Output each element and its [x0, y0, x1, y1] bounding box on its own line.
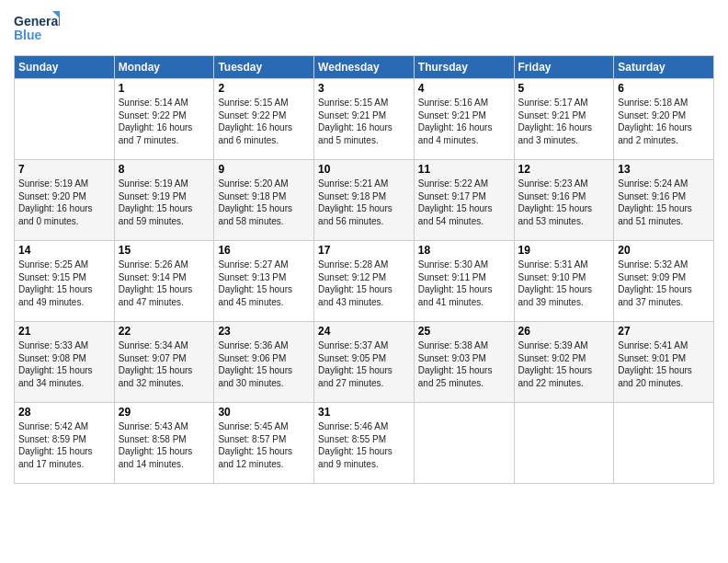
day-number: 19: [518, 244, 610, 257]
day-info: Sunrise: 5:45 AMSunset: 8:57 PMDaylight:…: [218, 420, 310, 470]
column-header-sunday: Sunday: [15, 56, 115, 79]
day-number: 8: [119, 163, 210, 176]
calendar-cell: 10Sunrise: 5:21 AMSunset: 9:18 PMDayligh…: [314, 160, 415, 241]
day-number: 17: [318, 244, 410, 257]
calendar-cell: 25Sunrise: 5:38 AMSunset: 9:03 PMDayligh…: [414, 322, 514, 403]
calendar-cell: 26Sunrise: 5:39 AMSunset: 9:02 PMDayligh…: [514, 322, 614, 403]
day-info: Sunrise: 5:38 AMSunset: 9:03 PMDaylight:…: [418, 339, 510, 389]
day-number: 24: [318, 325, 410, 338]
column-header-thursday: Thursday: [414, 56, 514, 79]
day-number: 10: [318, 163, 410, 176]
calendar-cell: [15, 79, 115, 160]
calendar-cell: 11Sunrise: 5:22 AMSunset: 9:17 PMDayligh…: [414, 160, 514, 241]
day-number: 14: [18, 244, 110, 257]
calendar-cell: 28Sunrise: 5:42 AMSunset: 8:59 PMDayligh…: [15, 403, 115, 484]
calendar-cell: 8Sunrise: 5:19 AMSunset: 9:19 PMDaylight…: [114, 160, 214, 241]
day-number: 2: [218, 82, 310, 95]
day-number: 29: [119, 406, 210, 419]
calendar-cell: 17Sunrise: 5:28 AMSunset: 9:12 PMDayligh…: [314, 241, 415, 322]
column-header-tuesday: Tuesday: [214, 56, 314, 79]
day-number: 22: [119, 325, 210, 338]
calendar-table: SundayMondayTuesdayWednesdayThursdayFrid…: [14, 55, 714, 484]
svg-text:General: General: [14, 14, 60, 29]
day-number: 23: [218, 325, 310, 338]
week-row-5: 28Sunrise: 5:42 AMSunset: 8:59 PMDayligh…: [15, 403, 714, 484]
calendar-cell: 9Sunrise: 5:20 AMSunset: 9:18 PMDaylight…: [214, 160, 314, 241]
day-info: Sunrise: 5:15 AMSunset: 9:21 PMDaylight:…: [318, 97, 410, 146]
calendar-cell: 15Sunrise: 5:26 AMSunset: 9:14 PMDayligh…: [114, 241, 214, 322]
calendar-cell: 14Sunrise: 5:25 AMSunset: 9:15 PMDayligh…: [15, 241, 115, 322]
week-row-3: 14Sunrise: 5:25 AMSunset: 9:15 PMDayligh…: [15, 241, 714, 322]
column-header-wednesday: Wednesday: [314, 56, 415, 79]
calendar-cell: 19Sunrise: 5:31 AMSunset: 9:10 PMDayligh…: [514, 241, 614, 322]
day-number: 6: [618, 82, 710, 95]
svg-text:Blue: Blue: [14, 28, 42, 42]
calendar-cell: 31Sunrise: 5:46 AMSunset: 8:55 PMDayligh…: [314, 403, 415, 484]
day-info: Sunrise: 5:23 AMSunset: 9:16 PMDaylight:…: [518, 178, 610, 227]
calendar-cell: 22Sunrise: 5:34 AMSunset: 9:07 PMDayligh…: [114, 322, 214, 403]
day-info: Sunrise: 5:46 AMSunset: 8:55 PMDaylight:…: [318, 420, 410, 470]
header-area: General Blue: [14, 9, 714, 48]
day-info: Sunrise: 5:33 AMSunset: 9:08 PMDaylight:…: [18, 339, 110, 389]
day-number: 4: [418, 82, 510, 95]
day-info: Sunrise: 5:14 AMSunset: 9:22 PMDaylight:…: [119, 97, 210, 146]
day-number: 26: [518, 325, 610, 338]
day-number: 21: [18, 325, 110, 338]
day-info: Sunrise: 5:25 AMSunset: 9:15 PMDaylight:…: [18, 259, 110, 308]
day-info: Sunrise: 5:27 AMSunset: 9:13 PMDaylight:…: [218, 259, 310, 308]
day-number: 7: [18, 163, 110, 176]
day-info: Sunrise: 5:37 AMSunset: 9:05 PMDaylight:…: [318, 339, 410, 389]
column-header-friday: Friday: [514, 56, 614, 79]
calendar-cell: 13Sunrise: 5:24 AMSunset: 9:16 PMDayligh…: [614, 160, 714, 241]
day-number: 18: [418, 244, 510, 257]
day-number: 25: [418, 325, 510, 338]
day-info: Sunrise: 5:19 AMSunset: 9:19 PMDaylight:…: [119, 178, 210, 227]
day-info: Sunrise: 5:15 AMSunset: 9:22 PMDaylight:…: [218, 97, 310, 146]
day-info: Sunrise: 5:42 AMSunset: 8:59 PMDaylight:…: [18, 420, 110, 470]
day-number: 5: [518, 82, 610, 95]
calendar-cell: 20Sunrise: 5:32 AMSunset: 9:09 PMDayligh…: [614, 241, 714, 322]
logo: General Blue: [14, 9, 60, 48]
day-info: Sunrise: 5:19 AMSunset: 9:20 PMDaylight:…: [18, 178, 110, 227]
week-row-2: 7Sunrise: 5:19 AMSunset: 9:20 PMDaylight…: [15, 160, 714, 241]
calendar-cell: 18Sunrise: 5:30 AMSunset: 9:11 PMDayligh…: [414, 241, 514, 322]
day-number: 3: [318, 82, 410, 95]
column-header-saturday: Saturday: [614, 56, 714, 79]
day-number: 1: [119, 82, 210, 95]
day-number: 27: [618, 325, 710, 338]
calendar-cell: 16Sunrise: 5:27 AMSunset: 9:13 PMDayligh…: [214, 241, 314, 322]
day-info: Sunrise: 5:41 AMSunset: 9:01 PMDaylight:…: [618, 339, 710, 389]
calendar-cell: 23Sunrise: 5:36 AMSunset: 9:06 PMDayligh…: [214, 322, 314, 403]
day-info: Sunrise: 5:20 AMSunset: 9:18 PMDaylight:…: [218, 178, 310, 227]
day-number: 16: [218, 244, 310, 257]
header-row: SundayMondayTuesdayWednesdayThursdayFrid…: [15, 56, 714, 79]
calendar-cell: 24Sunrise: 5:37 AMSunset: 9:05 PMDayligh…: [314, 322, 415, 403]
day-info: Sunrise: 5:28 AMSunset: 9:12 PMDaylight:…: [318, 259, 410, 308]
calendar-cell: 6Sunrise: 5:18 AMSunset: 9:20 PMDaylight…: [614, 79, 714, 160]
day-info: Sunrise: 5:34 AMSunset: 9:07 PMDaylight:…: [119, 339, 210, 389]
logo-svg: General Blue: [14, 9, 60, 48]
day-number: 30: [218, 406, 310, 419]
calendar-cell: 29Sunrise: 5:43 AMSunset: 8:58 PMDayligh…: [114, 403, 214, 484]
day-number: 15: [119, 244, 210, 257]
day-number: 11: [418, 163, 510, 176]
day-number: 13: [618, 163, 710, 176]
day-info: Sunrise: 5:17 AMSunset: 9:21 PMDaylight:…: [518, 97, 610, 146]
calendar-cell: 4Sunrise: 5:16 AMSunset: 9:21 PMDaylight…: [414, 79, 514, 160]
day-info: Sunrise: 5:16 AMSunset: 9:21 PMDaylight:…: [418, 97, 510, 146]
day-info: Sunrise: 5:26 AMSunset: 9:14 PMDaylight:…: [119, 259, 210, 308]
calendar-cell: 12Sunrise: 5:23 AMSunset: 9:16 PMDayligh…: [514, 160, 614, 241]
day-info: Sunrise: 5:22 AMSunset: 9:17 PMDaylight:…: [418, 178, 510, 227]
day-info: Sunrise: 5:31 AMSunset: 9:10 PMDaylight:…: [518, 259, 610, 308]
calendar-cell: 2Sunrise: 5:15 AMSunset: 9:22 PMDaylight…: [214, 79, 314, 160]
day-info: Sunrise: 5:21 AMSunset: 9:18 PMDaylight:…: [318, 178, 410, 227]
day-number: 9: [218, 163, 310, 176]
day-info: Sunrise: 5:43 AMSunset: 8:58 PMDaylight:…: [119, 420, 210, 470]
calendar-cell: 7Sunrise: 5:19 AMSunset: 9:20 PMDaylight…: [15, 160, 115, 241]
day-info: Sunrise: 5:32 AMSunset: 9:09 PMDaylight:…: [618, 259, 710, 308]
day-number: 20: [618, 244, 710, 257]
day-info: Sunrise: 5:39 AMSunset: 9:02 PMDaylight:…: [518, 339, 610, 389]
calendar-cell: 30Sunrise: 5:45 AMSunset: 8:57 PMDayligh…: [214, 403, 314, 484]
day-number: 12: [518, 163, 610, 176]
week-row-4: 21Sunrise: 5:33 AMSunset: 9:08 PMDayligh…: [15, 322, 714, 403]
